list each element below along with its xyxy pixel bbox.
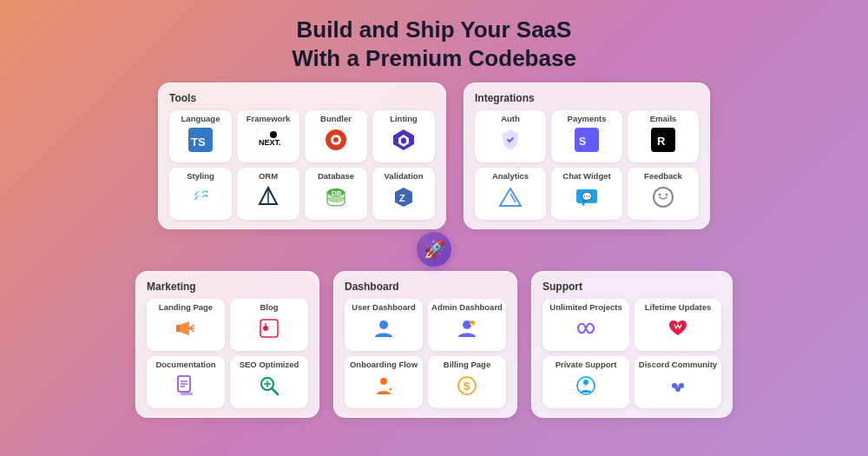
support-title: Support [542,281,721,293]
tools-title: Tools [169,92,435,104]
tailwind-icon [187,184,214,210]
svg-point-49 [380,378,387,385]
integration-feedback: Feedback [628,168,699,220]
ts-icon: TS [187,127,214,153]
svg-rect-37 [181,393,193,395]
main-layout: Tools Language TS Framework NEXT.js Bund… [0,83,868,418]
integration-emails: Emails R [628,110,699,162]
svg-point-26 [654,188,673,207]
dashboard-admin: Admin Dashboard + [428,299,506,351]
page-title: Build and Ship Your SaaS With a Premium … [292,16,576,72]
resend-icon: R [650,127,676,153]
tool-orm: ORM [237,168,299,220]
megaphone-icon [173,315,199,341]
svg-point-4 [270,131,277,138]
tool-linting: Linting [372,110,435,162]
dashboard-group: Dashboard User Dashboard Admin Dashboard… [333,271,517,418]
infinity-icon [573,315,599,341]
svg-text:S: S [579,135,586,148]
dashboard-billing: Billing Page $ [428,356,506,408]
rocket-button[interactable]: 🚀 [417,232,451,267]
svg-text:💬: 💬 [582,191,593,202]
support-private: Private Support ? [542,356,629,408]
svg-text:TS: TS [191,135,206,149]
dashboard-grid: User Dashboard Admin Dashboard + Onboard… [345,299,506,408]
support-icon: ? [573,373,599,399]
tools-group: Tools Language TS Framework NEXT.js Bund… [158,83,446,229]
svg-text:$: $ [464,380,470,393]
tool-language: Language TS [169,110,232,162]
blog-icon [256,315,282,341]
support-grid: Unlimited Projects Lifetime Updates Priv… [542,299,721,408]
marketing-seo: SEO Optimized [230,356,308,408]
user-icon [371,315,397,341]
svg-point-28 [666,194,668,196]
docs-icon [173,373,199,399]
tool-styling: Styling [169,168,232,220]
marketing-group: Marketing Landing Page Blog Documentatio… [135,271,319,418]
chat-icon: 💬 [574,184,600,210]
discord-icon [665,373,691,399]
svg-point-34 [263,326,268,331]
marketing-blog: Blog [230,299,308,351]
tool-bundler: Bundler [305,110,367,162]
svg-point-45 [379,321,388,329]
tools-grid: Language TS Framework NEXT.js Bundler [169,110,435,220]
svg-text:NEXT.js: NEXT.js [259,138,280,147]
bottom-row: Marketing Landing Page Blog Documentatio… [0,271,868,418]
marketing-landing: Landing Page [147,299,225,351]
svg-text:DB: DB [332,189,342,197]
admin-icon: + [454,315,480,341]
marketing-docs: Documentation [147,356,225,408]
svg-point-7 [333,137,339,142]
svg-text:R: R [657,135,666,148]
billing-icon: $ [454,373,480,399]
svg-point-27 [659,194,661,196]
integration-analytics: Analytics [475,168,546,220]
onboard-icon [371,373,397,399]
db-icon: DB [323,184,349,210]
top-row: Tools Language TS Framework NEXT.js Bund… [0,83,868,229]
tool-validation: Validation Z [372,168,435,220]
svg-text:?: ? [583,381,588,389]
feedback-icon [650,184,676,210]
seo-icon [256,373,282,399]
integration-auth: Auth [475,110,546,162]
analytics-icon [497,184,523,210]
stripe-icon: S [574,127,600,153]
svg-line-42 [272,388,278,394]
marketing-grid: Landing Page Blog Documentation [147,299,308,408]
prisma-icon [255,184,281,210]
auth-icon [497,127,523,153]
support-group: Support Unlimited Projects Lifetime Upda… [531,271,733,418]
eslint-icon [391,127,417,153]
zod-icon: Z [391,184,417,210]
dashboard-title: Dashboard [345,281,506,293]
svg-marker-24 [582,203,585,207]
marketing-title: Marketing [147,281,308,293]
svg-text:+: + [470,321,474,327]
support-lifetime: Lifetime Updates [635,299,721,351]
dashboard-onboarding: Onboarding Flow [345,356,423,408]
integrations-title: Integrations [475,92,699,104]
tool-database: Database DB [305,168,367,220]
svg-marker-21 [500,188,521,206]
integration-chat: Chat Widget 💬 [551,168,622,220]
nextjs-icon: NEXT.js [255,127,281,153]
svg-rect-29 [176,325,180,332]
integration-payments: Payments S [551,110,622,162]
tool-framework: Framework NEXT.js [237,110,299,162]
support-unlimited: Unlimited Projects [542,299,629,351]
center-section: 🚀 [0,229,868,269]
support-discord: Discord Community [635,356,721,408]
svg-text:Z: Z [399,193,405,203]
rollup-icon [323,127,349,153]
integrations-grid: Auth Payments S Emails R [475,110,699,220]
integrations-group: Integrations Auth Payments S Emails [464,83,710,229]
heart-icon [665,315,691,341]
dashboard-user: User Dashboard [345,299,423,351]
